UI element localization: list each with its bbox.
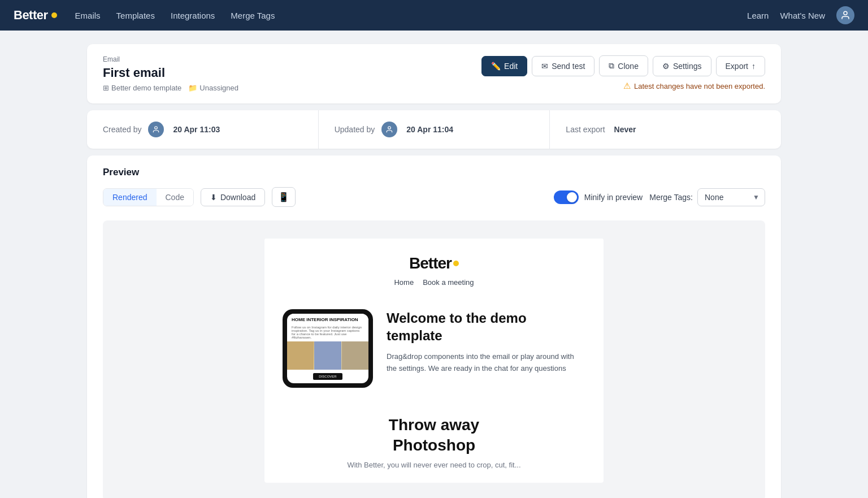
email-nav-book: Book a meeting [423, 278, 474, 287]
send-test-button[interactable]: ✉ Send test [532, 56, 594, 76]
stats-card: Created by 20 Apr 11:03 Updated by 20 Ap… [87, 110, 781, 149]
email-header-section: Better Home Book a meeting [264, 239, 604, 296]
svg-point-2 [388, 127, 391, 129]
clone-button[interactable]: ⧉ Clone [599, 55, 648, 76]
email-brand-name: Better [409, 254, 452, 272]
email-meta: ⊞ Better demo template 📁 Unassigned [103, 84, 238, 92]
action-buttons: ✏️ Edit ✉ Send test ⧉ Clone ⚙ Settings [481, 55, 765, 76]
minify-label: Minify in preview [584, 193, 643, 202]
preview-card: Preview Rendered Code ⬇ Download 📱 Minif… [87, 155, 781, 498]
navbar: Better Emails Templates Integrations Mer… [0, 0, 868, 31]
preview-title: Preview [103, 167, 765, 178]
phone-img-3 [342, 341, 368, 370]
email-nav-home: Home [394, 278, 414, 287]
view-tabs: Rendered Code [103, 188, 194, 206]
main-content: Email First email ⊞ Better demo template… [78, 44, 790, 498]
template-icon: ⊞ [103, 84, 109, 92]
email-preview-inner: Better Home Book a meeting HOME INTERIOR… [264, 239, 604, 483]
email-nav-links: Home Book a meeting [283, 278, 585, 287]
created-by-stat: Created by 20 Apr 11:03 [87, 110, 319, 149]
action-area: ✏️ Edit ✉ Send test ⧉ Clone ⚙ Settings [481, 55, 765, 91]
folder-icon: 📁 [188, 84, 197, 92]
nav-emails[interactable]: Emails [75, 11, 101, 20]
updated-by-stat: Updated by 20 Apr 11:04 [319, 110, 550, 149]
merge-tags-select-wrapper: None ▼ [697, 188, 765, 206]
updated-date: 20 Apr 11:04 [406, 125, 453, 134]
warning-message: Latest changes have not been exported. [634, 82, 765, 90]
phone-header: HOME INTERIOR INSPIRATION [287, 314, 368, 326]
warning-icon: ⚠ [623, 81, 631, 91]
phone-footer: DISCOVER [287, 370, 368, 383]
merge-tags-group: Merge Tags: None ▼ [649, 188, 765, 206]
nav-whats-new[interactable]: What's New [780, 11, 825, 20]
email-text-content: Welcome to the demo template Drag&drop c… [387, 309, 585, 375]
email-welcome-body: Drag&drop components into the email or p… [387, 351, 585, 375]
email-preview-area: Better Home Book a meeting HOME INTERIOR… [103, 220, 765, 498]
phone-img-2 [314, 341, 341, 370]
updated-by-label: Updated by [335, 125, 375, 134]
nav-integrations[interactable]: Integrations [171, 11, 215, 20]
tab-code[interactable]: Code [157, 189, 193, 206]
email-details: Email First email ⊞ Better demo template… [103, 55, 238, 92]
warning-banner: ⚠ Latest changes have not been exported. [481, 81, 765, 91]
brand-dot [51, 12, 57, 18]
clone-icon: ⧉ [609, 61, 614, 71]
top-card-header: Email First email ⊞ Better demo template… [103, 55, 765, 92]
email-bottom-section: Throw away Photoshop With Better, you wi… [264, 401, 604, 483]
email-breadcrumb: Email [103, 55, 238, 63]
download-button[interactable]: ⬇ Download [201, 188, 265, 206]
tab-rendered[interactable]: Rendered [103, 189, 157, 206]
phone-subtitle: Follow us on Instagram for daily interio… [287, 326, 368, 341]
template-name: Better demo template [111, 84, 181, 92]
export-icon: ↑ [752, 62, 756, 71]
email-info-card: Email First email ⊞ Better demo template… [87, 44, 781, 103]
last-export-stat: Last export Never [550, 110, 781, 149]
created-by-label: Created by [103, 125, 141, 134]
svg-point-0 [844, 11, 847, 15]
nav-templates[interactable]: Templates [116, 11, 155, 20]
preview-toolbar: Rendered Code ⬇ Download 📱 Minify in pre… [103, 187, 765, 207]
export-button[interactable]: Export ↑ [716, 56, 765, 76]
download-icon: ⬇ [210, 193, 217, 202]
phone-mockup: HOME INTERIOR INSPIRATION Follow us on I… [283, 309, 373, 388]
created-avatar [148, 122, 164, 137]
gear-icon: ⚙ [662, 62, 670, 71]
user-avatar[interactable] [836, 6, 854, 24]
settings-button[interactable]: ⚙ Settings [653, 56, 711, 76]
assignment-meta: 📁 Unassigned [188, 84, 238, 92]
pencil-icon: ✏️ [491, 62, 501, 71]
email-bottom-subtext: With Better, you will never ever need to… [283, 461, 585, 469]
last-export-value: Never [614, 125, 636, 134]
nav-learn[interactable]: Learn [747, 11, 769, 20]
updated-avatar [381, 122, 397, 137]
brand-logo[interactable]: Better [14, 8, 57, 23]
merge-tags-label: Merge Tags: [649, 193, 693, 202]
edit-button[interactable]: ✏️ Edit [481, 56, 527, 76]
email-welcome-heading: Welcome to the demo template [387, 309, 585, 344]
email-brand-dot [453, 261, 459, 266]
created-date: 20 Apr 11:03 [173, 125, 220, 134]
phone-image [287, 341, 368, 370]
minify-toggle-group: Minify in preview [554, 190, 643, 204]
nav-right: Learn What's New [747, 6, 854, 24]
email-brand: Better [283, 254, 585, 272]
phone-img-1 [287, 341, 314, 370]
email-title: First email [103, 66, 238, 80]
svg-point-1 [155, 127, 158, 129]
email-bottom-heading: Throw away Photoshop [283, 415, 585, 456]
nav-links: Emails Templates Integrations Merge Tags [75, 11, 729, 20]
template-meta: ⊞ Better demo template [103, 84, 181, 92]
assignment-name: Unassigned [199, 84, 238, 92]
send-icon: ✉ [541, 62, 548, 71]
email-body-section: HOME INTERIOR INSPIRATION Follow us on I… [264, 296, 604, 401]
nav-merge-tags[interactable]: Merge Tags [231, 11, 275, 20]
mobile-icon: 📱 [278, 192, 289, 202]
last-export-label: Last export [566, 125, 605, 134]
phone-inner: HOME INTERIOR INSPIRATION Follow us on I… [287, 314, 368, 383]
merge-tags-select[interactable]: None [697, 188, 765, 206]
minify-toggle[interactable] [554, 190, 579, 204]
brand-name: Better [14, 8, 48, 23]
phone-cta: DISCOVER [313, 373, 342, 380]
toggle-knob [567, 192, 577, 202]
mobile-preview-button[interactable]: 📱 [272, 187, 296, 207]
